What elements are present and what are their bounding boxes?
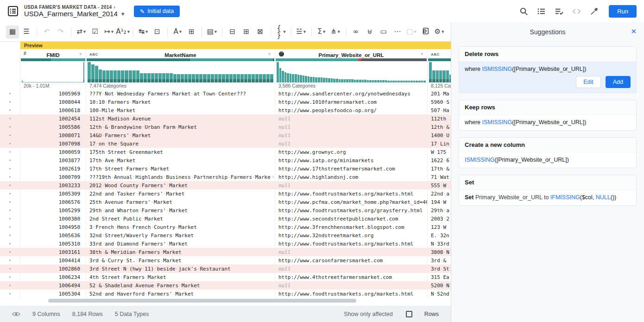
cell-marketname[interactable]: 10:10·Farmers·Market — [86, 98, 275, 106]
cell-fmid[interactable]: 1003877 — [20, 156, 86, 164]
steps-list-icon[interactable] — [537, 6, 546, 16]
row-handle[interactable]: ▪ — [9, 191, 11, 196]
overflow-chevron-icon[interactable]: › — [272, 174, 274, 179]
column-histogram[interactable] — [20, 61, 86, 82]
code-icon[interactable] — [572, 6, 581, 16]
add-button[interactable]: Add — [606, 76, 631, 88]
cell-primary-website[interactable]: http://www.peoplesfoodco-op.org/ — [275, 106, 428, 114]
cell-marketname[interactable]: 12th·&·Brandywine·Urban·Farm·Market — [86, 123, 275, 131]
cell-primary-website[interactable]: null — [275, 265, 428, 273]
cell-fmid[interactable]: 1008071 — [20, 131, 86, 139]
cell-fmid[interactable]: 1000380 — [20, 215, 86, 223]
cell-fmid[interactable]: 1000059 — [20, 148, 86, 156]
row-handle[interactable]: ▪ — [9, 175, 11, 179]
suggestion-card-delete-rows[interactable]: Delete rowswhere ISMISSING([Primary_Webs… — [459, 46, 637, 93]
view-settings-button[interactable]: ⚙▼ — [433, 25, 446, 38]
cell-address[interactable]: 112th — [428, 114, 451, 123]
cell-address[interactable]: 22nd·a — [428, 189, 451, 198]
cell-fmid[interactable]: 1005299 — [20, 206, 86, 215]
cell-fmid[interactable]: 1005636 — [20, 231, 86, 240]
cell-marketname[interactable]: 100-Mile·Market — [86, 106, 275, 114]
row-handle[interactable]: ▪ — [9, 158, 11, 163]
cell-primary-website[interactable]: http://www.sandlercenter.org/ynotwednesd… — [275, 89, 428, 98]
manage-columns-button[interactable]: ▤▼ — [205, 25, 218, 38]
cell-fmid[interactable]: 1006576 — [20, 198, 86, 206]
cell-fmid[interactable]: 1007098 — [20, 139, 86, 148]
column-header-Primary_Website_or_URL[interactable]: Primary_Website_or_URL∨ — [275, 49, 428, 61]
find-column-button[interactable] — [419, 25, 432, 38]
row-handle[interactable]: ▪ — [9, 225, 11, 229]
cell-address[interactable]: 3rd·& — [428, 256, 451, 265]
suggestion-card-create-a-new-column[interactable]: Create a new columnISMISSING([Primary_We… — [459, 137, 637, 168]
cell-address[interactable]: N·52nd — [428, 290, 451, 298]
cell-primary-website[interactable]: http://www.foodtrustmarkets.org/graysfer… — [275, 206, 428, 215]
row-handle[interactable]: ▪ — [9, 283, 11, 288]
row-handle[interactable]: ▪ — [9, 216, 11, 221]
cell-fmid[interactable]: 1005969 — [20, 89, 86, 98]
cell-marketname[interactable]: 4th·Street·Farmers·Market — [86, 273, 275, 281]
cell-marketname[interactable]: 2012·Wood·County·Farmers'·Market — [86, 181, 275, 189]
cell-address[interactable]: 1622·6 — [428, 156, 451, 164]
column-histogram[interactable] — [86, 61, 275, 82]
cell-fmid[interactable]: 1008044 — [20, 98, 86, 106]
cell-primary-website[interactable]: null — [275, 139, 428, 148]
union-button[interactable]: ⊎ — [363, 25, 376, 38]
more-button[interactable]: ⋯ — [391, 25, 404, 38]
text-format-button[interactable]: A▼ — [171, 25, 184, 38]
cell-marketname[interactable]: 3rd·&·Curry·St.·Farmers·Market — [86, 256, 275, 265]
row-handle[interactable]: ▪ — [9, 150, 11, 154]
edit-button[interactable]: Edit — [576, 76, 601, 88]
cell-fmid[interactable]: 1004950 — [20, 223, 86, 231]
cell-address[interactable]: 5960·S — [428, 98, 451, 106]
cell-marketname[interactable]: 25th·Avenue·Farmers'·Market — [86, 198, 275, 206]
row-handle[interactable]: ▪ — [9, 250, 11, 254]
cell-address[interactable]: 17th·& — [428, 164, 451, 173]
cell-marketname[interactable]: 3rd·Street·N·(hwy·11)·beside·jack's·Rest… — [86, 265, 275, 273]
cell-marketname[interactable]: 29th·and·Wharton·Farmers'·Market — [86, 206, 275, 215]
undo-button[interactable]: ↶ — [40, 25, 53, 38]
cell-marketname[interactable]: 17th·Street·Farmers·Market — [86, 164, 275, 173]
close-icon[interactable]: ✕ — [631, 27, 637, 36]
row-handle[interactable]: ▪ — [9, 266, 11, 271]
column-histogram[interactable] — [275, 61, 428, 82]
row-handle[interactable]: ▪ — [9, 183, 11, 188]
comment-button[interactable]: ▭ — [377, 25, 390, 38]
row-handle[interactable]: ▪ — [9, 166, 11, 171]
pivot-button[interactable]: ⊟ — [226, 25, 239, 38]
cell-fmid[interactable]: 1000618 — [20, 106, 86, 114]
cell-fmid[interactable]: 1005309 — [20, 189, 86, 198]
cell-primary-website[interactable]: http://www.pcfma.com/market_home.php?mar… — [275, 198, 428, 206]
cell-marketname[interactable]: 33rd·and·Diamond·Farmers'·Market — [86, 240, 275, 248]
cell-primary-website[interactable]: http;//www.grownyc.org — [275, 148, 428, 156]
cell-primary-website[interactable]: http;//www.1010farmersmarket.com — [275, 98, 428, 106]
cell-primary-website[interactable]: null — [275, 131, 428, 139]
steps-check-icon[interactable] — [554, 6, 563, 16]
cell-primary-website[interactable]: http://www.secondstreetpublicmarket.com — [275, 215, 428, 223]
row-handle[interactable]: ▪ — [9, 275, 11, 279]
cell-primary-website[interactable]: http://www.foodtrustmarkets.org/markets.… — [275, 240, 428, 248]
column-header-MarketName[interactable]: ABCMarketName∨ — [86, 49, 275, 61]
cell-marketname[interactable]: 32nd·Street/Waverly·Farmers·Market — [86, 231, 275, 240]
cell-marketname[interactable]: 17th·Ave·Market — [86, 156, 275, 164]
format-values-button[interactable]: A¹₂▼ — [116, 25, 129, 38]
rows-checkbox[interactable] — [406, 311, 412, 317]
grid-view-button[interactable]: ▦ — [6, 25, 19, 38]
cell-primary-website[interactable]: http://www.foodtrustmarkets.org/markets.… — [275, 290, 428, 298]
row-handle[interactable]: ▪ — [9, 91, 11, 96]
cell-primary-website[interactable]: http://www.iatp.org/minimarkets — [275, 156, 428, 164]
unpivot-button[interactable]: ⊞ — [240, 25, 253, 38]
column-header-col3[interactable]: ABC — [428, 49, 451, 61]
cell-fmid[interactable]: 1003161 — [20, 248, 86, 256]
initial-data-button[interactable]: ✎ Initial data — [134, 6, 180, 17]
cell-address[interactable]: 3rd·St — [428, 265, 451, 273]
row-handle[interactable]: ▪ — [9, 141, 11, 146]
aggregate-button[interactable]: Σ▼ — [315, 25, 328, 38]
cell-marketname[interactable]: ???Y·Not·Wednesday·Farmers·Market·at·Tow… — [86, 89, 275, 98]
cell-fmid[interactable]: 1004414 — [20, 256, 86, 265]
cell-marketname[interactable]: 175th·Street·Greenmarket — [86, 148, 275, 156]
cell-marketname[interactable]: ???19th·Annual·Highlands·Business·Partne… — [86, 173, 275, 181]
row-handle[interactable]: ▪ — [9, 116, 11, 121]
cell-marketname[interactable]: 112st·Madison·Avenue — [86, 114, 275, 123]
row-handle[interactable]: ▪ — [9, 258, 11, 263]
row-handle[interactable]: ▪ — [9, 291, 11, 296]
